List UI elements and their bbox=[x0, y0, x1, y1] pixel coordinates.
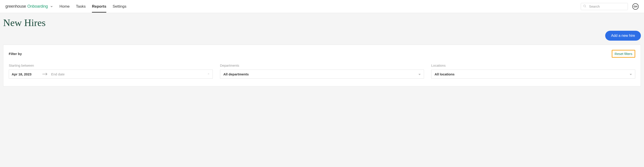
logo-greenhouse: greenhouse bbox=[6, 4, 26, 9]
nav-tasks[interactable]: Tasks bbox=[76, 1, 86, 13]
svg-marker-5 bbox=[418, 74, 421, 75]
departments-value: All departments bbox=[223, 72, 249, 76]
actions-row: Add a new hire bbox=[0, 31, 644, 45]
add-new-hire-button[interactable]: Add a new hire bbox=[605, 31, 641, 41]
triangle-down-icon bbox=[630, 72, 632, 76]
avatar[interactable]: GH bbox=[632, 3, 638, 10]
reset-filters-button[interactable]: Reset filters bbox=[612, 50, 635, 58]
end-date-placeholder: End date bbox=[51, 72, 207, 76]
svg-line-1 bbox=[585, 7, 586, 7]
filter-row: Starting between Apr 18, 2023 End date D… bbox=[9, 64, 635, 79]
page-title: New Hires bbox=[3, 17, 641, 29]
locations-value: All locations bbox=[434, 72, 454, 76]
filter-by-label: Filter by bbox=[9, 52, 22, 56]
search-input[interactable] bbox=[581, 3, 628, 10]
starting-between-label: Starting between bbox=[9, 64, 213, 67]
search-icon bbox=[583, 4, 586, 9]
logo-onboarding: Onboarding bbox=[27, 4, 48, 9]
svg-point-0 bbox=[584, 5, 586, 7]
nav-reports[interactable]: Reports bbox=[92, 1, 106, 13]
logo-dropdown[interactable]: greenhouse Onboarding bbox=[6, 4, 53, 9]
nav-settings[interactable]: Settings bbox=[112, 1, 126, 13]
date-range-input[interactable]: Apr 18, 2023 End date bbox=[9, 70, 213, 79]
svg-marker-6 bbox=[630, 74, 632, 75]
filter-locations: Locations All locations bbox=[431, 64, 635, 79]
filter-starting-between: Starting between Apr 18, 2023 End date bbox=[9, 64, 213, 79]
departments-select[interactable]: All departments bbox=[220, 70, 424, 79]
chevron-down-icon bbox=[50, 5, 53, 8]
locations-select[interactable]: All locations bbox=[431, 70, 635, 79]
locations-label: Locations bbox=[431, 64, 635, 67]
arrow-right-icon bbox=[42, 73, 48, 75]
filter-departments: Departments All departments bbox=[220, 64, 424, 79]
top-navigation: greenhouse Onboarding Home Tasks Reports… bbox=[0, 0, 644, 13]
main-nav: Home Tasks Reports Settings bbox=[60, 1, 581, 13]
triangle-down-icon bbox=[418, 72, 421, 76]
clear-date-icon[interactable] bbox=[207, 72, 210, 76]
start-date-value: Apr 18, 2023 bbox=[12, 72, 38, 76]
filter-panel: Filter by Reset filters Starting between… bbox=[3, 45, 641, 86]
filter-header: Filter by Reset filters bbox=[9, 50, 635, 58]
nav-home[interactable]: Home bbox=[60, 1, 70, 13]
search-container bbox=[581, 3, 628, 10]
departments-label: Departments bbox=[220, 64, 424, 67]
page-header: New Hires bbox=[0, 13, 644, 31]
